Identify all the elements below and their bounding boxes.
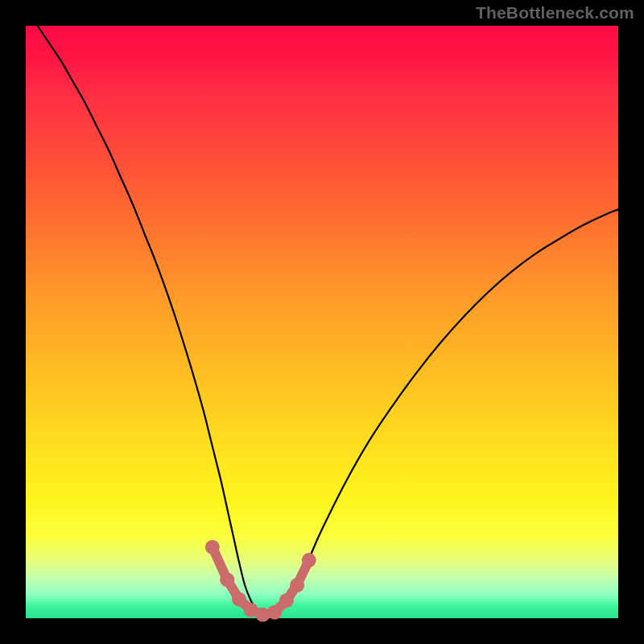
curve-markers (205, 540, 316, 622)
marker-dot (279, 593, 294, 608)
marker-dot (290, 578, 304, 592)
marker-dot (267, 605, 282, 620)
plot-area (26, 26, 618, 618)
marker-dot (205, 540, 220, 555)
chart-frame: TheBottleneck.com (0, 0, 644, 644)
marker-dot (232, 592, 246, 606)
watermark-text: TheBottleneck.com (476, 3, 634, 23)
marker-dot (302, 553, 316, 568)
bottleneck-curve (38, 26, 618, 617)
curve-svg (26, 26, 618, 618)
marker-dot (220, 572, 234, 587)
